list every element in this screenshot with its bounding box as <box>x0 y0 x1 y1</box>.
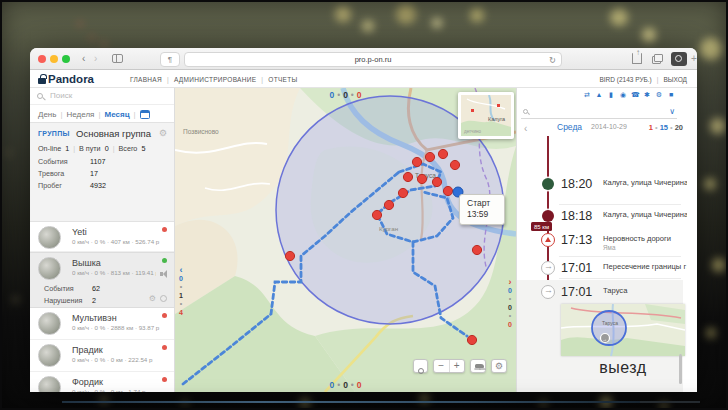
tooltip-time: 13:59 <box>467 209 504 220</box>
vehicle-sidebar: День | Неделя | Месяц | ГРУППЫ Основная … <box>30 88 175 392</box>
lock-icon[interactable]: ◉ <box>619 91 627 99</box>
group-stat-row: Тревога17 <box>38 169 64 178</box>
logout-link[interactable]: ВЫХОД <box>663 76 687 83</box>
tab-overview-icon[interactable] <box>652 54 661 62</box>
minimize-window-button[interactable] <box>50 55 58 63</box>
road-bump-icon <box>541 233 555 247</box>
group-inline-stats: On-line 1 | В пути 0 | Всего 5 <box>38 144 145 153</box>
refresh-icon[interactable]: ↻ <box>549 55 556 65</box>
stat-label: Всего <box>119 144 138 153</box>
reader-mode-button[interactable]: ¶ <box>160 52 180 67</box>
tooltip-title: Старт <box>467 198 504 209</box>
calendar-icon[interactable] <box>140 110 150 119</box>
pandora-logo[interactable]: Pandora <box>38 73 94 85</box>
overview-minimap[interactable]: Калуга детчино <box>458 92 514 139</box>
share-icon[interactable]: ↑ <box>632 53 642 64</box>
vehicle-name: Мультивэн <box>72 313 117 323</box>
panel-scrollbar[interactable] <box>679 354 682 384</box>
event-title: Таруса <box>603 286 687 295</box>
chevron-down-icon[interactable]: ∨ <box>669 107 675 116</box>
locate-button[interactable] <box>413 359 428 373</box>
close-window-button[interactable] <box>38 55 46 63</box>
route-icon[interactable]: ⇄ <box>583 91 591 99</box>
status-dot <box>162 313 167 318</box>
vehicle-row-fordik[interactable]: Фордик 0 км/ч · 0 % · 0 км · 1.74 р <box>30 372 175 392</box>
vehicle-details: 0 км/ч · 0 % · 407 км · 526.74 р <box>72 238 159 245</box>
timeline-event[interactable]: 18:20 Калуга, улица Чичерина,… <box>517 176 683 206</box>
event-counts: 1• 15• 20 <box>649 123 683 132</box>
vehicle-avatar <box>38 344 61 367</box>
logo-text: Pandora <box>48 73 94 85</box>
vehicle-name: Прадик <box>72 345 103 355</box>
group-panel: ГРУППЫ Основная группа ⚙ On-line 1 | В п… <box>30 122 175 222</box>
vehicle-row-pradik[interactable]: Прадик 0 км/ч · 0 % · 0 км · 222.54 р <box>30 340 175 372</box>
weekday-label[interactable]: Среда <box>557 122 582 132</box>
vehicle-settings-icon[interactable]: ⚙ <box>149 294 156 303</box>
main-nav: ГЛАВНАЯ | АДМИНИСТРИРОВАНИЕ | ОТЧЕТЫ <box>130 76 298 83</box>
groups-label[interactable]: ГРУППЫ <box>38 130 70 137</box>
vehicle-avatar <box>38 226 61 249</box>
address-bar[interactable]: pro.p-on.ru ↻ <box>184 52 562 67</box>
vehicle-row-multivan[interactable]: Мультивэн 0 км/ч · 0 % · 2888 км · 93.87… <box>30 308 175 340</box>
call-icon[interactable]: ☎ <box>631 91 639 99</box>
desk-reflection <box>62 401 640 403</box>
account-separator: | <box>657 76 659 83</box>
vehicle-details: 0 км/ч · 0 % · 2888 км · 93.87 р <box>72 324 159 331</box>
stat-value: 5 <box>141 144 145 153</box>
event-title: Калуга, улица Чичерина,… <box>603 210 687 219</box>
pan-right-chevron[interactable]: › <box>505 278 515 287</box>
prev-day-chevron[interactable]: ‹ <box>524 123 527 134</box>
volume-icon[interactable] <box>160 270 169 278</box>
vehicle-row-yeti[interactable]: Yeti 0 км/ч · 0 % · 407 км · 526.74 р <box>30 222 175 252</box>
nav-reports[interactable]: ОТЧЕТЫ <box>268 76 297 83</box>
back-button[interactable]: ‹ <box>82 52 85 66</box>
date-header: ‹ Среда 2014-10-29 1• 15• 20 <box>517 122 683 136</box>
status-dot <box>162 377 167 382</box>
nav-separator: | <box>261 76 263 83</box>
stat-value: 1 <box>65 144 69 153</box>
group-settings-icon[interactable]: ⚙ <box>159 128 167 138</box>
event-time: 17:01 <box>561 261 592 275</box>
zoom-out-button[interactable]: − <box>434 360 450 372</box>
start-tooltip: Старт 13:59 <box>459 194 505 225</box>
tab-month[interactable]: Месяц <box>105 110 130 119</box>
zoom-window-button[interactable] <box>62 55 70 63</box>
minimap-city-label: Калуга <box>488 116 506 122</box>
card-icon[interactable]: ▮ <box>607 91 615 99</box>
tab-separator: | <box>134 110 136 119</box>
tab-week[interactable]: Неделя <box>67 110 95 119</box>
new-tab-button[interactable]: + <box>691 52 697 66</box>
vehicle-extra-row: Нарушения2 <box>44 296 82 305</box>
alerts-icon[interactable]: ▲ <box>595 91 603 99</box>
zoom-in-button[interactable]: + <box>450 360 465 372</box>
nav-administration[interactable]: АДМИНИСТРИРОВАНИЕ <box>174 76 256 83</box>
event-title: Неровность дороги <box>603 234 687 243</box>
service-icon[interactable]: ✱ <box>643 91 651 99</box>
car-icon <box>475 364 484 368</box>
vehicle-row-vyshka[interactable]: Вышка 0 км/ч · 0 % · 813 км · 119.41 р С… <box>30 252 175 308</box>
sidebar-toggle-icon[interactable] <box>112 54 123 63</box>
group-stat-row: События1107 <box>38 157 68 166</box>
vehicle-name: Yeti <box>72 227 87 237</box>
timeline-event[interactable]: 17:13 Неровность дороги Яма <box>517 232 683 262</box>
tab-separator: | <box>60 110 62 119</box>
map-settings-button[interactable]: ⚙ <box>491 359 507 373</box>
events-search-input[interactable] <box>535 107 655 118</box>
vehicle-select-radio[interactable] <box>160 295 167 302</box>
group-name[interactable]: Основная группа <box>76 128 151 139</box>
exit-icon: → <box>541 285 555 299</box>
search-input[interactable] <box>48 90 158 101</box>
thumbnail-arrow-icon: → <box>602 336 607 342</box>
date-value: 2014-10-29 <box>591 123 627 130</box>
event-map-thumbnail[interactable]: Таруса → <box>561 304 685 356</box>
nav-main[interactable]: ГЛАВНАЯ <box>130 76 162 83</box>
pan-left-chevron[interactable]: ‹ <box>176 266 186 275</box>
account-balance[interactable]: BIRD (2143 РУБ.) <box>599 76 651 83</box>
forward-button[interactable]: › <box>94 52 97 66</box>
settings-icon[interactable]: ⚙ <box>655 91 663 99</box>
vehicle-avatar <box>38 376 61 392</box>
battery-icon[interactable]: ■ <box>667 91 675 99</box>
extension-button[interactable] <box>671 52 687 66</box>
follow-vehicle-button[interactable] <box>470 359 486 373</box>
tab-day[interactable]: День <box>38 110 56 119</box>
